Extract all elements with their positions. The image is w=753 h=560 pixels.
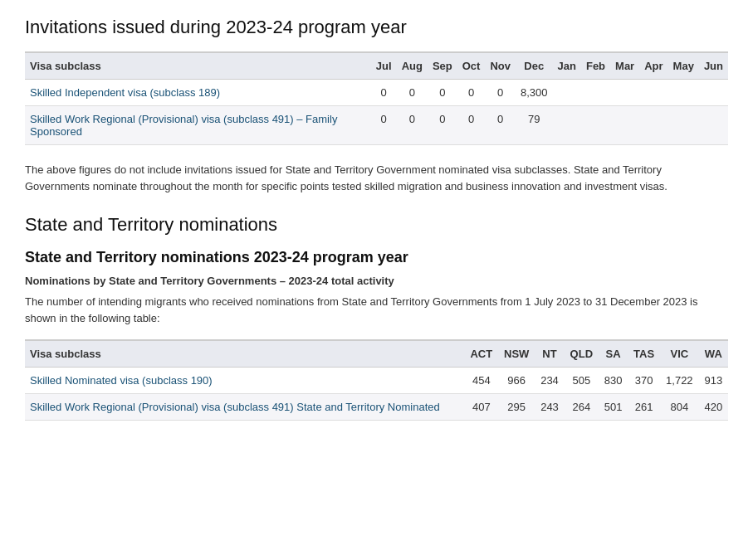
inv-col-header-10: Apr <box>639 52 667 80</box>
section1-footnote: The above figures do not include invitat… <box>25 162 728 194</box>
inv-cell-1-3: 0 <box>457 106 486 145</box>
inv-col-header-0: Visa subclass <box>25 52 371 80</box>
nom-col-header-4: QLD <box>565 340 599 368</box>
nom-col-header-1: ACT <box>465 340 499 368</box>
inv-cell-0-7 <box>581 80 610 106</box>
inv-cell-1-2: 0 <box>428 106 457 145</box>
table-row: Skilled Independent visa (subclass 189)0… <box>25 80 728 106</box>
nom-cell-0-3: 505 <box>565 368 599 394</box>
inv-cell-1-0: 0 <box>371 106 397 145</box>
inv-col-header-7: Jan <box>553 52 581 80</box>
nom-col-header-3: NT <box>535 340 564 368</box>
inv-col-header-11: May <box>668 52 699 80</box>
inv-col-header-2: Aug <box>397 52 428 80</box>
inv-col-header-5: Nov <box>485 52 516 80</box>
nom-cell-1-2: 243 <box>535 394 564 421</box>
nom-row-link-0[interactable]: Skilled Nominated visa (subclass 190) <box>30 374 213 387</box>
inv-col-header-4: Oct <box>457 52 486 80</box>
inv-cell-0-8 <box>610 80 639 106</box>
nom-row-link-1[interactable]: Skilled Work Regional (Provisional) visa… <box>30 401 440 413</box>
nom-cell-0-6: 1,722 <box>660 368 699 394</box>
inv-cell-0-9 <box>639 80 667 106</box>
inv-cell-1-10 <box>668 106 699 145</box>
inv-col-header-1: Jul <box>371 52 397 80</box>
inv-cell-1-5: 79 <box>516 106 553 145</box>
nom-cell-1-1: 295 <box>498 394 535 421</box>
inv-row-link-1[interactable]: Skilled Work Regional (Provisional) visa… <box>30 113 337 138</box>
nom-col-header-6: TAS <box>628 340 660 368</box>
nom-col-header-5: SA <box>599 340 628 368</box>
inv-col-header-3: Sep <box>428 52 457 80</box>
nom-cell-0-4: 830 <box>599 368 628 394</box>
invitations-table: Visa subclassJulAugSepOctNovDecJanFebMar… <box>25 51 728 145</box>
inv-cell-0-0: 0 <box>371 80 397 106</box>
inv-cell-1-4: 0 <box>485 106 516 145</box>
nom-col-header-8: WA <box>699 340 728 368</box>
nom-cell-1-3: 264 <box>565 394 599 421</box>
section2-subtitle: State and Territory nominations 2023-24 … <box>25 249 728 266</box>
nom-cell-1-4: 501 <box>599 394 628 421</box>
nom-cell-0-2: 234 <box>535 368 564 394</box>
inv-cell-0-10 <box>668 80 699 106</box>
section2-main-title: State and Territory nominations <box>25 214 728 236</box>
inv-col-header-8: Feb <box>581 52 610 80</box>
inv-row-link-0[interactable]: Skilled Independent visa (subclass 189) <box>30 86 220 99</box>
nom-col-header-7: VIC <box>660 340 699 368</box>
inv-cell-0-5: 8,300 <box>516 80 553 106</box>
nom-cell-0-0: 454 <box>465 368 499 394</box>
table-row: Skilled Work Regional (Provisional) visa… <box>25 106 728 145</box>
inv-cell-1-8 <box>610 106 639 145</box>
inv-col-header-9: Mar <box>610 52 639 80</box>
nom-col-header-2: NSW <box>498 340 535 368</box>
inv-cell-1-1: 0 <box>397 106 428 145</box>
nominations-table: Visa subclassACTNSWNTQLDSATASVICWA Skill… <box>25 339 728 421</box>
inv-col-header-6: Dec <box>516 52 553 80</box>
nom-cell-0-1: 966 <box>498 368 535 394</box>
section2-description: The number of intending migrants who rec… <box>25 294 728 326</box>
nom-col-header-0: Visa subclass <box>25 340 465 368</box>
inv-cell-0-2: 0 <box>428 80 457 106</box>
inv-cell-1-6 <box>553 106 581 145</box>
nom-cell-1-0: 407 <box>465 394 499 421</box>
inv-cell-0-3: 0 <box>457 80 486 106</box>
nom-cell-1-7: 420 <box>699 394 728 421</box>
section2-label: Nominations by State and Territory Gover… <box>25 275 728 287</box>
inv-cell-1-11 <box>699 106 728 145</box>
inv-cell-1-7 <box>581 106 610 145</box>
nom-cell-0-5: 370 <box>628 368 660 394</box>
nom-cell-1-6: 804 <box>660 394 699 421</box>
nom-cell-1-5: 261 <box>628 394 660 421</box>
table-row: Skilled Work Regional (Provisional) visa… <box>25 394 728 421</box>
inv-cell-0-11 <box>699 80 728 106</box>
section1-title: Invitations issued during 2023-24 progra… <box>25 17 728 38</box>
inv-cell-0-4: 0 <box>485 80 516 106</box>
inv-cell-0-1: 0 <box>397 80 428 106</box>
inv-col-header-12: Jun <box>699 52 728 80</box>
inv-cell-1-9 <box>639 106 667 145</box>
table-row: Skilled Nominated visa (subclass 190)454… <box>25 368 728 394</box>
inv-cell-0-6 <box>553 80 581 106</box>
nom-cell-0-7: 913 <box>699 368 728 394</box>
